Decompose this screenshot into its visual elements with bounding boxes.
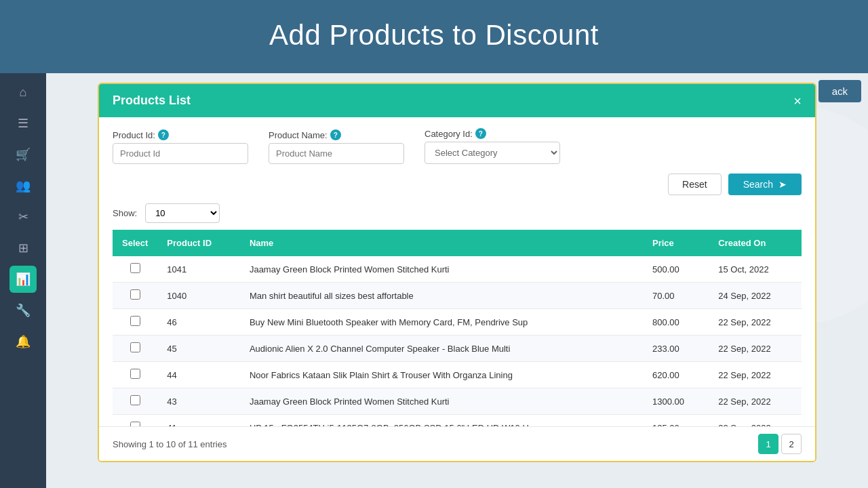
col-price: Price xyxy=(643,230,709,256)
page-btn-2[interactable]: 2 xyxy=(781,434,802,454)
row-product-id: 1040 xyxy=(157,283,240,309)
row-name: Audionic Alien X 2.0 Channel Computer Sp… xyxy=(240,336,643,362)
table-row: 43 Jaamay Green Block Printed Women Stit… xyxy=(113,388,802,415)
row-checkbox-cell xyxy=(113,256,157,283)
products-modal: Products List × Product Id: ? xyxy=(98,83,816,462)
row-name: Jaamay Green Block Printed Women Stitche… xyxy=(240,388,643,415)
product-id-label: Product Id: ? xyxy=(113,129,248,140)
row-product-id: 43 xyxy=(157,388,240,415)
sidebar-cart-icon[interactable]: 🛒 xyxy=(9,141,37,168)
row-price: 70.00 xyxy=(643,283,709,309)
row-checkbox[interactable] xyxy=(130,289,140,300)
row-price: 1300.00 xyxy=(643,388,709,415)
sidebar: ⌂ ☰ 🛒 👥 ✂ ⊞ 📊 🔧 🔔 xyxy=(0,73,46,488)
page-btn-1[interactable]: 1 xyxy=(758,434,778,454)
table-row: 44 Noor Fabrics Kataan Slik Plain Shirt … xyxy=(113,362,802,388)
row-product-id: 41 xyxy=(157,415,240,427)
row-checkbox-cell xyxy=(113,388,157,415)
row-price: 800.00 xyxy=(643,309,709,336)
page-header: Add Products to Discount xyxy=(0,0,868,73)
search-button[interactable]: Search ➤ xyxy=(728,174,802,195)
table-row: 41 HP 15s-FQ2554TU i5-1135G7-8GB, 256GB … xyxy=(113,415,802,427)
row-product-id: 1041 xyxy=(157,256,240,283)
sidebar-scissors-icon[interactable]: ✂ xyxy=(9,203,37,230)
row-checkbox[interactable] xyxy=(130,263,140,273)
showing-text: Showing 1 to 10 of 11 entries xyxy=(113,439,226,449)
table-header: Select Product ID Name Price Created On xyxy=(113,230,802,256)
row-name: HP 15s-FQ2554TU i5-1135G7-8GB, 256GB SSD… xyxy=(240,415,643,427)
row-name: Jaamay Green Block Printed Women Stitche… xyxy=(240,256,643,283)
row-price: 233.00 xyxy=(643,336,709,362)
table-row: 1041 Jaamay Green Block Printed Women St… xyxy=(113,256,802,283)
category-id-filter: Category Id: ? Select Category xyxy=(425,128,560,164)
sidebar-grid-icon[interactable]: ⊞ xyxy=(9,235,37,262)
product-id-filter: Product Id: ? xyxy=(113,129,248,164)
product-name-filter: Product Name: ? xyxy=(269,129,404,164)
product-name-label: Product Name: ? xyxy=(269,129,404,140)
table-row: 1040 Man shirt beautiful all sizes best … xyxy=(113,283,802,309)
filter-row: Product Id: ? Product Name: ? xyxy=(113,128,802,164)
reset-button[interactable]: Reset xyxy=(668,174,722,195)
sidebar-analytics-icon[interactable]: 📊 xyxy=(9,266,37,293)
row-created-on: 22 Sep, 2022 xyxy=(709,336,802,362)
col-name: Name xyxy=(240,230,643,256)
row-created-on: 22 Sep, 2022 xyxy=(709,309,802,336)
modal-body: Product Id: ? Product Name: ? xyxy=(99,117,815,426)
show-row: Show: 10 25 50 100 xyxy=(113,203,802,223)
action-row: Reset Search ➤ xyxy=(113,174,802,195)
row-product-id: 45 xyxy=(157,336,240,362)
sidebar-tools-icon[interactable]: 🔧 xyxy=(9,297,37,324)
sidebar-users-icon[interactable]: 👥 xyxy=(9,172,37,199)
sidebar-list-icon[interactable]: ☰ xyxy=(9,110,37,137)
category-id-label: Category Id: ? xyxy=(425,128,560,139)
products-table: Select Product ID Name Price Created On … xyxy=(113,230,802,426)
row-created-on: 22 Sep, 2022 xyxy=(709,362,802,388)
product-id-help-icon[interactable]: ? xyxy=(158,129,169,140)
row-name: Buy New Mini Bluetooth Speaker with Memo… xyxy=(240,309,643,336)
product-id-input[interactable] xyxy=(113,143,248,164)
main-area: ⌂ ☰ 🛒 👥 ✂ ⊞ 📊 🔧 🔔 ack Products List × xyxy=(0,73,868,488)
row-checkbox-cell xyxy=(113,283,157,309)
row-checkbox-cell xyxy=(113,362,157,388)
col-created-on: Created On xyxy=(709,230,802,256)
category-id-help-icon[interactable]: ? xyxy=(475,128,486,139)
search-send-icon: ➤ xyxy=(778,179,787,190)
table-row: 45 Audionic Alien X 2.0 Channel Computer… xyxy=(113,336,802,362)
col-product-id: Product ID xyxy=(157,230,240,256)
page-title: Add Products to Discount xyxy=(0,19,868,52)
row-price: 620.00 xyxy=(643,362,709,388)
show-select[interactable]: 10 25 50 100 xyxy=(145,203,220,223)
row-checkbox-cell xyxy=(113,415,157,427)
table-row: 46 Buy New Mini Bluetooth Speaker with M… xyxy=(113,309,802,336)
row-product-id: 44 xyxy=(157,362,240,388)
table-body: 1041 Jaamay Green Block Printed Women St… xyxy=(113,256,802,426)
row-created-on: 22 Sep, 2022 xyxy=(709,415,802,427)
row-price: 500.00 xyxy=(643,256,709,283)
row-created-on: 22 Sep, 2022 xyxy=(709,388,802,415)
product-name-input[interactable] xyxy=(269,143,404,164)
row-checkbox[interactable] xyxy=(130,395,140,405)
row-checkbox[interactable] xyxy=(130,316,140,326)
modal-close-button[interactable]: × xyxy=(793,94,802,108)
row-checkbox-cell xyxy=(113,336,157,362)
row-product-id: 46 xyxy=(157,309,240,336)
row-checkbox[interactable] xyxy=(130,342,140,352)
sidebar-home-icon[interactable]: ⌂ xyxy=(9,79,37,106)
pagination: 1 2 xyxy=(758,434,802,454)
content-area: ack Products List × Product Id: ? xyxy=(46,73,868,488)
row-created-on: 15 Oct, 2022 xyxy=(709,256,802,283)
modal-header: Products List × xyxy=(99,84,815,117)
row-checkbox[interactable] xyxy=(130,422,140,426)
product-name-help-icon[interactable]: ? xyxy=(330,129,341,140)
row-price: 125.00 xyxy=(643,415,709,427)
row-checkbox[interactable] xyxy=(130,369,140,379)
col-select: Select xyxy=(113,230,157,256)
back-button[interactable]: ack xyxy=(818,80,861,102)
category-id-select[interactable]: Select Category xyxy=(425,142,560,164)
modal-title: Products List xyxy=(113,94,191,108)
row-checkbox-cell xyxy=(113,309,157,336)
sidebar-bell-icon[interactable]: 🔔 xyxy=(9,328,37,355)
modal-footer: Showing 1 to 10 of 11 entries 1 2 xyxy=(99,426,815,461)
row-name: Man shirt beautiful all sizes best affor… xyxy=(240,283,643,309)
row-created-on: 24 Sep, 2022 xyxy=(709,283,802,309)
